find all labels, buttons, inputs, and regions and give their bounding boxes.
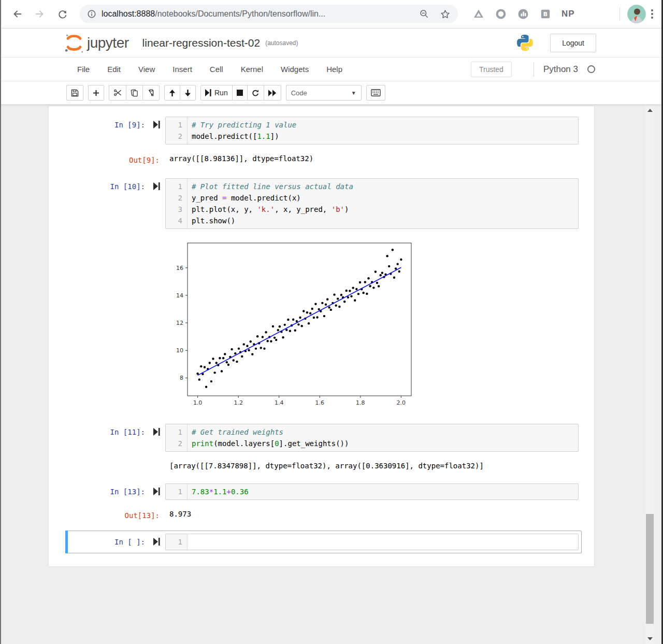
jupyter-logo[interactable]: jupyter: [63, 31, 129, 55]
fast-forward-icon: [268, 90, 277, 96]
paste-cell-button[interactable]: [142, 85, 160, 101]
move-up-icon: [169, 89, 176, 97]
scrollbar[interactable]: [645, 105, 654, 644]
code-line: [192, 536, 576, 548]
run-this-cell-icon: [153, 182, 160, 190]
cell-input-row[interactable]: In [ ]:1: [65, 531, 582, 553]
notebook-toolbar: Run Code ▼: [1, 81, 661, 105]
trusted-button[interactable]: Trusted: [471, 62, 512, 77]
cell-type-value: Code: [291, 89, 307, 97]
line-number: 2: [166, 438, 187, 449]
run-this-cell-icon: [153, 121, 160, 128]
run-cell-button[interactable]: [153, 534, 160, 550]
notebook-site: In [9]:12# Try predicting 1 valuemodel.p…: [1, 105, 661, 644]
code-input-area[interactable]: 1234# Plot fitted line versus actual dat…: [165, 178, 579, 229]
copy-cell-button[interactable]: [126, 85, 143, 101]
copy-icon: [131, 89, 138, 97]
forward-button[interactable]: [31, 5, 49, 23]
forward-icon: [34, 8, 46, 20]
code-input-area[interactable]: 12# Get trained weightsprint(model.layer…: [165, 424, 579, 452]
python-kernel-logo-icon: [516, 34, 534, 51]
code-line: # Try predicting 1 value: [192, 119, 576, 131]
menu-widgets[interactable]: Widgets: [272, 61, 318, 78]
run-cell-button[interactable]: [153, 424, 160, 452]
keyboard-icon: [371, 89, 381, 96]
cell-output-row: [array([[7.8347898]], dtype=float32), ar…: [65, 460, 582, 471]
output-content: [array([[7.8347898]], dtype=float32), ar…: [165, 460, 579, 471]
profile-avatar[interactable]: [627, 5, 646, 23]
code-editor[interactable]: # Try predicting 1 valuemodel.predict([1…: [188, 117, 578, 144]
restart-run-all-button[interactable]: [264, 85, 281, 101]
output-prompt-column: Out[9]:: [68, 152, 165, 166]
logout-button[interactable]: Logout: [550, 34, 596, 52]
cell-input-row[interactable]: In [13]:17.83*1.1+0.36: [65, 480, 582, 503]
cell-input-row[interactable]: In [11]:12# Get trained weightsprint(mod…: [65, 421, 582, 455]
svg-text:1.6: 1.6: [315, 399, 325, 406]
save-button[interactable]: [66, 85, 83, 101]
move-cell-down-button[interactable]: [180, 85, 196, 101]
cell-output-row: Out[9]:array([[8.98136]], dtype=float32): [65, 152, 582, 166]
info-icon: [87, 9, 96, 19]
cell-input-row[interactable]: In [9]:12# Try predicting 1 valuemodel.p…: [65, 113, 582, 148]
b-extension-icon[interactable]: B: [540, 8, 551, 20]
line-number: 2: [166, 192, 187, 204]
analytics-extension-icon[interactable]: [517, 8, 529, 20]
notebook-cell: In [9]:12# Try predicting 1 valuemodel.p…: [65, 113, 582, 166]
input-prompt-column: In [13]:: [68, 483, 165, 500]
restart-kernel-button[interactable]: [247, 85, 264, 101]
scrollbar-down-icon[interactable]: [645, 634, 654, 643]
drive-extension-icon[interactable]: [472, 8, 485, 20]
menu-edit[interactable]: Edit: [98, 61, 129, 78]
code-editor[interactable]: 7.83*1.1+0.36: [188, 484, 578, 499]
menu-insert[interactable]: Insert: [164, 61, 201, 78]
svg-text:10: 10: [176, 347, 183, 354]
line-number-gutter: 12: [166, 424, 188, 451]
input-prompt-column: In [ ]:: [68, 534, 165, 550]
scrollbar-thumb[interactable]: [646, 514, 654, 624]
np-extension-label[interactable]: NP: [561, 9, 575, 19]
bookmark-star-icon[interactable]: [440, 9, 451, 20]
menu-kernel[interactable]: Kernel: [232, 61, 272, 78]
input-prompt: In [13]:: [110, 483, 145, 500]
output-content: array([[8.98136]], dtype=float32): [165, 152, 579, 166]
menu-help[interactable]: Help: [318, 61, 351, 78]
run-button[interactable]: Run: [200, 85, 233, 101]
scrollbar-up-icon[interactable]: [645, 106, 654, 115]
line-number: 1: [166, 119, 187, 131]
code-editor[interactable]: # Plot fitted line versus actual datay_p…: [188, 179, 578, 228]
menu-view[interactable]: View: [129, 61, 164, 78]
run-cell-button[interactable]: [153, 117, 160, 145]
back-button[interactable]: [8, 5, 26, 23]
run-cell-button[interactable]: [153, 483, 160, 500]
cell-input-row[interactable]: In [10]:1234# Plot fitted line versus ac…: [65, 175, 582, 232]
command-palette-button[interactable]: [366, 85, 385, 101]
code-editor[interactable]: # Get trained weightsprint(model.layers[…: [188, 424, 578, 451]
jupyter-logo-text: jupyter: [87, 35, 129, 51]
run-cell-button[interactable]: [153, 178, 160, 229]
move-cell-up-button[interactable]: [164, 85, 180, 101]
code-editor[interactable]: [188, 534, 578, 550]
code-input-area[interactable]: 1: [165, 534, 579, 550]
interrupt-kernel-button[interactable]: [232, 85, 248, 101]
output-prompt: Out[9]:: [129, 152, 160, 166]
jupyter-header: jupyter linear-regression-test-02 (autos…: [1, 28, 661, 58]
line-number: 1: [166, 181, 187, 192]
zoom-out-icon[interactable]: [419, 9, 429, 19]
address-bar[interactable]: localhost:8888/notebooks/Documents/Pytho…: [80, 5, 458, 23]
menu-cell[interactable]: Cell: [201, 61, 232, 78]
code-input-area[interactable]: 12# Try predicting 1 valuemodel.predict(…: [165, 117, 579, 145]
cut-icon: [113, 89, 122, 97]
notebook-title[interactable]: linear-regression-test-02: [142, 37, 261, 49]
reload-button[interactable]: [54, 5, 71, 23]
browser-menu-kebab-icon[interactable]: [648, 6, 656, 22]
menu-file[interactable]: File: [68, 61, 98, 78]
cut-cell-button[interactable]: [109, 85, 126, 101]
insert-cell-button[interactable]: [88, 85, 104, 101]
code-line: plt.show(): [192, 215, 576, 226]
reload-icon: [57, 9, 68, 19]
cell-type-select[interactable]: Code ▼: [286, 85, 362, 101]
input-prompt: In [11]:: [110, 424, 145, 452]
svg-text:14: 14: [176, 292, 183, 299]
code-input-area[interactable]: 17.83*1.1+0.36: [165, 483, 579, 500]
ring-extension-icon[interactable]: [495, 8, 507, 20]
